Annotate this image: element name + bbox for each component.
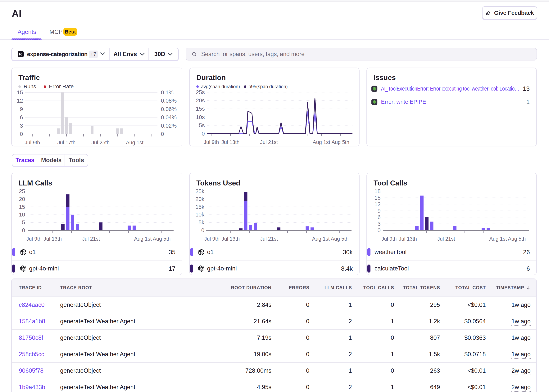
svg-text:15k: 15k [195,204,204,210]
svg-text:Aug 1st: Aug 1st [134,236,152,242]
svg-text:10k: 10k [195,211,204,218]
svg-text:0.02%: 0.02% [161,123,177,129]
svg-text:Aug 1st: Aug 1st [313,139,330,145]
svg-text:25k: 25k [195,188,204,194]
svg-text:0: 0 [202,131,205,137]
svg-text:20s: 20s [196,98,205,104]
svg-text:0: 0 [378,227,381,233]
svg-text:15: 15 [17,89,23,96]
svg-text:0: 0 [22,227,25,233]
svg-text:Jul 21st: Jul 21st [260,139,278,145]
svg-text:Jul 9th: Jul 9th [25,140,40,146]
svg-text:Jul 13th: Jul 13th [222,236,240,242]
svg-text:0: 0 [20,131,23,137]
svg-text:0: 0 [161,131,164,137]
svg-text:Jul 13th: Jul 13th [44,236,62,242]
svg-text:Aug 5th: Aug 5th [153,236,171,242]
svg-text:5: 5 [22,219,25,225]
svg-text:Aug 5th: Aug 5th [331,236,349,242]
svg-text:10s: 10s [196,114,205,120]
svg-text:0.04%: 0.04% [161,114,177,120]
svg-text:15: 15 [374,195,381,201]
svg-text:Jul 9th: Jul 9th [204,139,219,145]
svg-text:Jul 13th: Jul 13th [399,236,417,242]
svg-text:Aug 5th: Aug 5th [331,139,349,145]
svg-text:3: 3 [378,221,381,227]
svg-text:20k: 20k [195,196,204,202]
svg-text:5s: 5s [199,122,205,128]
svg-text:Aug 1st: Aug 1st [312,236,330,242]
svg-text:0.1%: 0.1% [161,89,174,96]
svg-text:18: 18 [374,188,381,194]
svg-text:Jul 21st: Jul 21st [82,236,100,242]
svg-text:Jul 21st: Jul 21st [437,236,455,242]
svg-text:Jul 17th: Jul 17th [57,140,76,146]
svg-text:15s: 15s [196,106,205,112]
svg-text:12: 12 [17,98,23,104]
svg-text:10: 10 [19,211,25,218]
svg-text:5k: 5k [199,219,204,225]
svg-text:Jul 9th: Jul 9th [204,236,220,242]
svg-text:0.08%: 0.08% [161,98,177,104]
svg-text:Jul 21st: Jul 21st [260,236,278,242]
svg-text:Jul 25th: Jul 25th [92,140,110,146]
svg-text:0: 0 [201,227,204,233]
svg-text:25s: 25s [196,89,205,95]
svg-text:Jul 9th: Jul 9th [381,236,397,242]
svg-text:9: 9 [20,106,23,112]
svg-text:9: 9 [378,208,381,214]
svg-text:6: 6 [378,214,381,220]
svg-text:15: 15 [19,204,25,210]
svg-text:Aug 5th: Aug 5th [508,236,526,242]
svg-text:25: 25 [19,188,25,194]
svg-text:0.06%: 0.06% [161,106,177,112]
svg-text:Jul 13th: Jul 13th [221,139,240,145]
svg-text:12: 12 [374,201,381,207]
svg-text:Aug 1st: Aug 1st [489,236,507,242]
svg-text:3: 3 [20,123,23,129]
svg-text:20: 20 [19,196,25,202]
svg-text:Jul 9th: Jul 9th [26,236,42,242]
svg-text:6: 6 [20,114,23,120]
svg-text:Aug 1st: Aug 1st [126,140,143,146]
